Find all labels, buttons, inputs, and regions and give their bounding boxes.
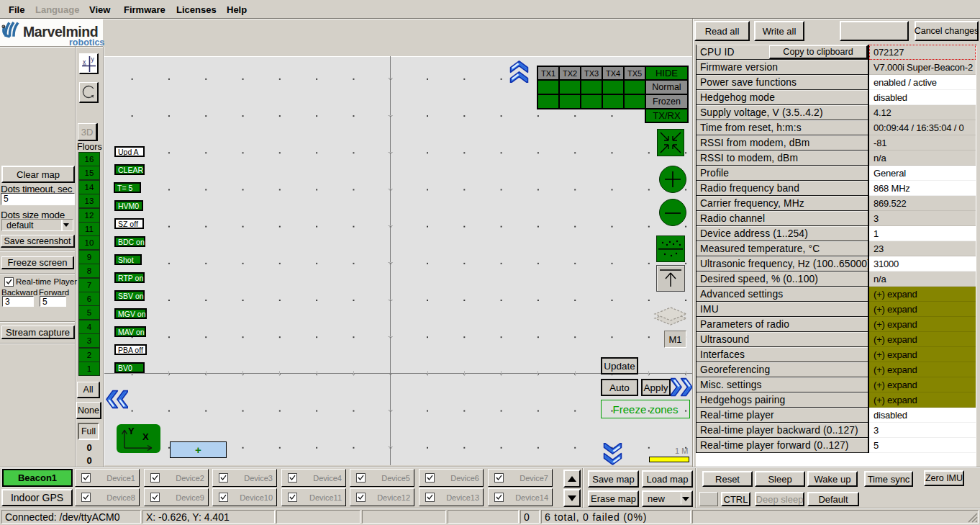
svg-text:y: y <box>91 55 94 63</box>
svg-text:x: x <box>83 58 86 66</box>
